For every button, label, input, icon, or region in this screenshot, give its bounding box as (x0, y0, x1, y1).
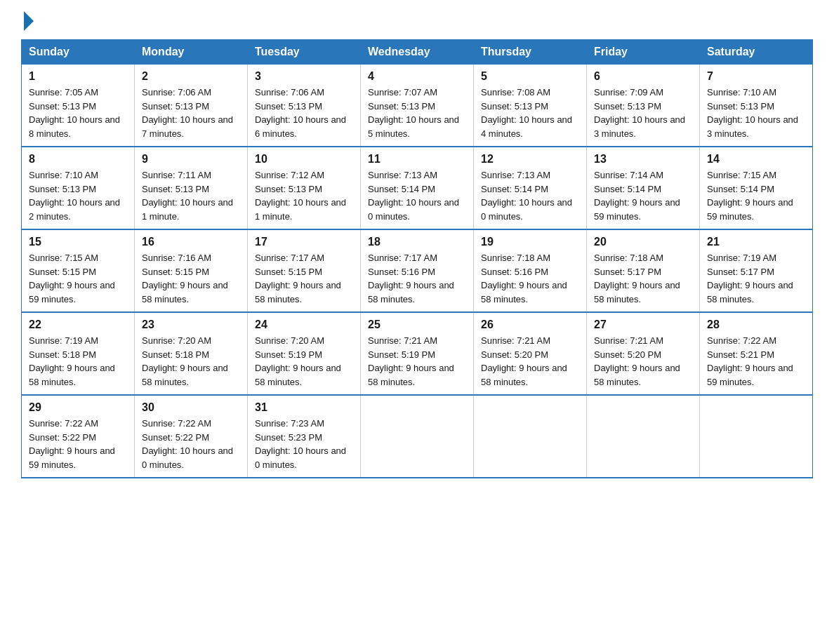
header-wednesday: Wednesday (361, 40, 474, 65)
day-cell (361, 395, 474, 478)
day-number: 21 (707, 236, 805, 248)
day-number: 8 (29, 153, 127, 166)
week-row-4: 22 Sunrise: 7:19 AMSunset: 5:18 PMDaylig… (22, 312, 813, 395)
day-info: Sunrise: 7:21 AMSunset: 5:20 PMDaylight:… (594, 334, 692, 389)
day-info: Sunrise: 7:10 AMSunset: 5:13 PMDaylight:… (707, 86, 805, 140)
day-cell: 14 Sunrise: 7:15 AMSunset: 5:14 PMDaylig… (700, 147, 813, 229)
day-number: 7 (707, 70, 805, 83)
day-info: Sunrise: 7:15 AMSunset: 5:15 PMDaylight:… (29, 251, 127, 306)
day-info: Sunrise: 7:16 AMSunset: 5:15 PMDaylight:… (142, 251, 240, 306)
page-header (21, 14, 813, 28)
day-info: Sunrise: 7:15 AMSunset: 5:14 PMDaylight:… (707, 168, 805, 223)
day-cell: 28 Sunrise: 7:22 AMSunset: 5:21 PMDaylig… (700, 312, 813, 395)
day-cell: 7 Sunrise: 7:10 AMSunset: 5:13 PMDayligh… (700, 65, 813, 147)
day-info: Sunrise: 7:22 AMSunset: 5:22 PMDaylight:… (29, 417, 127, 471)
day-info: Sunrise: 7:21 AMSunset: 5:20 PMDaylight:… (481, 334, 579, 389)
day-info: Sunrise: 7:13 AMSunset: 5:14 PMDaylight:… (368, 168, 466, 223)
day-info: Sunrise: 7:18 AMSunset: 5:16 PMDaylight:… (481, 251, 579, 306)
day-info: Sunrise: 7:05 AMSunset: 5:13 PMDaylight:… (29, 86, 127, 140)
header-saturday: Saturday (700, 40, 813, 65)
day-info: Sunrise: 7:08 AMSunset: 5:13 PMDaylight:… (481, 86, 579, 140)
day-number: 2 (142, 70, 240, 83)
day-info: Sunrise: 7:17 AMSunset: 5:15 PMDaylight:… (255, 251, 353, 306)
day-number: 4 (368, 70, 466, 83)
day-cell: 19 Sunrise: 7:18 AMSunset: 5:16 PMDaylig… (474, 229, 587, 312)
header-friday: Friday (587, 40, 700, 65)
day-cell: 24 Sunrise: 7:20 AMSunset: 5:19 PMDaylig… (248, 312, 361, 395)
day-cell: 2 Sunrise: 7:06 AMSunset: 5:13 PMDayligh… (135, 65, 248, 147)
day-info: Sunrise: 7:09 AMSunset: 5:13 PMDaylight:… (594, 86, 692, 140)
day-number: 23 (142, 318, 240, 331)
day-number: 13 (594, 153, 692, 166)
day-cell: 26 Sunrise: 7:21 AMSunset: 5:20 PMDaylig… (474, 312, 587, 395)
day-cell: 25 Sunrise: 7:21 AMSunset: 5:19 PMDaylig… (361, 312, 474, 395)
day-info: Sunrise: 7:19 AMSunset: 5:18 PMDaylight:… (29, 334, 127, 389)
day-cell: 3 Sunrise: 7:06 AMSunset: 5:13 PMDayligh… (248, 65, 361, 147)
day-info: Sunrise: 7:07 AMSunset: 5:13 PMDaylight:… (368, 86, 466, 140)
week-row-5: 29 Sunrise: 7:22 AMSunset: 5:22 PMDaylig… (22, 395, 813, 478)
day-number: 6 (594, 70, 692, 83)
day-number: 20 (594, 236, 692, 248)
day-info: Sunrise: 7:11 AMSunset: 5:13 PMDaylight:… (142, 168, 240, 223)
day-number: 29 (29, 401, 127, 414)
day-cell (587, 395, 700, 478)
day-info: Sunrise: 7:21 AMSunset: 5:19 PMDaylight:… (368, 334, 466, 389)
day-cell: 27 Sunrise: 7:21 AMSunset: 5:20 PMDaylig… (587, 312, 700, 395)
day-cell: 21 Sunrise: 7:19 AMSunset: 5:17 PMDaylig… (700, 229, 813, 312)
day-info: Sunrise: 7:19 AMSunset: 5:17 PMDaylight:… (707, 251, 805, 306)
header-sunday: Sunday (22, 40, 135, 65)
day-number: 1 (29, 70, 127, 83)
header-monday: Monday (135, 40, 248, 65)
day-number: 11 (368, 153, 466, 166)
day-cell: 18 Sunrise: 7:17 AMSunset: 5:16 PMDaylig… (361, 229, 474, 312)
day-cell: 4 Sunrise: 7:07 AMSunset: 5:13 PMDayligh… (361, 65, 474, 147)
day-number: 22 (29, 318, 127, 331)
day-number: 10 (255, 153, 353, 166)
day-info: Sunrise: 7:22 AMSunset: 5:21 PMDaylight:… (707, 334, 805, 389)
day-info: Sunrise: 7:20 AMSunset: 5:18 PMDaylight:… (142, 334, 240, 389)
day-cell: 1 Sunrise: 7:05 AMSunset: 5:13 PMDayligh… (22, 65, 135, 147)
day-cell: 13 Sunrise: 7:14 AMSunset: 5:14 PMDaylig… (587, 147, 700, 229)
week-row-1: 1 Sunrise: 7:05 AMSunset: 5:13 PMDayligh… (22, 65, 813, 147)
week-row-2: 8 Sunrise: 7:10 AMSunset: 5:13 PMDayligh… (22, 147, 813, 229)
week-row-3: 15 Sunrise: 7:15 AMSunset: 5:15 PMDaylig… (22, 229, 813, 312)
day-cell: 17 Sunrise: 7:17 AMSunset: 5:15 PMDaylig… (248, 229, 361, 312)
day-info: Sunrise: 7:14 AMSunset: 5:14 PMDaylight:… (594, 168, 692, 223)
day-cell (700, 395, 813, 478)
day-number: 25 (368, 318, 466, 331)
day-info: Sunrise: 7:12 AMSunset: 5:13 PMDaylight:… (255, 168, 353, 223)
day-cell: 8 Sunrise: 7:10 AMSunset: 5:13 PMDayligh… (22, 147, 135, 229)
day-info: Sunrise: 7:17 AMSunset: 5:16 PMDaylight:… (368, 251, 466, 306)
day-number: 24 (255, 318, 353, 331)
day-number: 16 (142, 236, 240, 248)
day-number: 5 (481, 70, 579, 83)
day-number: 12 (481, 153, 579, 166)
day-number: 15 (29, 236, 127, 248)
day-info: Sunrise: 7:22 AMSunset: 5:22 PMDaylight:… (142, 417, 240, 471)
day-info: Sunrise: 7:06 AMSunset: 5:13 PMDaylight:… (255, 86, 353, 140)
day-info: Sunrise: 7:13 AMSunset: 5:14 PMDaylight:… (481, 168, 579, 223)
day-number: 26 (481, 318, 579, 331)
day-cell: 12 Sunrise: 7:13 AMSunset: 5:14 PMDaylig… (474, 147, 587, 229)
day-info: Sunrise: 7:20 AMSunset: 5:19 PMDaylight:… (255, 334, 353, 389)
header-thursday: Thursday (474, 40, 587, 65)
day-cell: 31 Sunrise: 7:23 AMSunset: 5:23 PMDaylig… (248, 395, 361, 478)
day-cell: 9 Sunrise: 7:11 AMSunset: 5:13 PMDayligh… (135, 147, 248, 229)
day-number: 28 (707, 318, 805, 331)
day-number: 17 (255, 236, 353, 248)
logo-arrow-icon (24, 11, 34, 31)
day-cell: 11 Sunrise: 7:13 AMSunset: 5:14 PMDaylig… (361, 147, 474, 229)
day-number: 14 (707, 153, 805, 166)
day-cell: 30 Sunrise: 7:22 AMSunset: 5:22 PMDaylig… (135, 395, 248, 478)
calendar-header-row: SundayMondayTuesdayWednesdayThursdayFrid… (22, 40, 813, 65)
day-info: Sunrise: 7:18 AMSunset: 5:17 PMDaylight:… (594, 251, 692, 306)
day-cell: 22 Sunrise: 7:19 AMSunset: 5:18 PMDaylig… (22, 312, 135, 395)
day-cell: 16 Sunrise: 7:16 AMSunset: 5:15 PMDaylig… (135, 229, 248, 312)
header-tuesday: Tuesday (248, 40, 361, 65)
calendar-table: SundayMondayTuesdayWednesdayThursdayFrid… (21, 39, 813, 478)
day-cell: 15 Sunrise: 7:15 AMSunset: 5:15 PMDaylig… (22, 229, 135, 312)
day-cell: 10 Sunrise: 7:12 AMSunset: 5:13 PMDaylig… (248, 147, 361, 229)
day-number: 31 (255, 401, 353, 414)
day-number: 3 (255, 70, 353, 83)
day-cell: 23 Sunrise: 7:20 AMSunset: 5:18 PMDaylig… (135, 312, 248, 395)
